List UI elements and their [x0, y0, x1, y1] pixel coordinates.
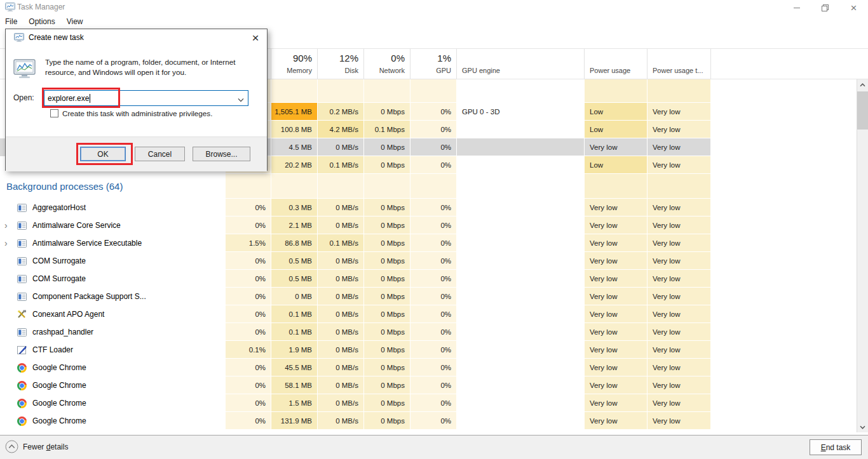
- task-manager-app-icon: [5, 3, 15, 11]
- minimize-button[interactable]: [782, 0, 811, 15]
- group-header-row[interactable]: Background processes (64): [0, 174, 711, 199]
- disk-cell: 0 MB/s: [318, 412, 364, 430]
- scroll-up-button[interactable]: [857, 79, 868, 90]
- open-input[interactable]: explorer.exe: [44, 90, 248, 106]
- power_trend-cell: Very low: [648, 359, 711, 376]
- column-header-network[interactable]: 0% Network: [364, 49, 410, 79]
- power_trend-cell: Very low: [648, 252, 711, 270]
- gpu-cell: 0%: [410, 252, 457, 270]
- name-cell: ›Antimalware Core Service: [0, 216, 226, 234]
- combo-dropdown-icon[interactable]: [238, 95, 244, 104]
- gpu-cell: [410, 174, 457, 199]
- close-button[interactable]: ×: [839, 0, 868, 15]
- end-task-button[interactable]: End task: [810, 439, 862, 455]
- ok-button[interactable]: OK: [80, 147, 126, 161]
- process-row[interactable]: Google Chrome0%45.5 MB0 MB/s0 Mbps0%Very…: [0, 359, 711, 376]
- memory-cell: 20.2 MB: [271, 156, 318, 174]
- scroll-down-button[interactable]: [857, 422, 868, 432]
- power_trend-cell: Very low: [648, 138, 711, 156]
- cpu-cell: 0%: [226, 288, 271, 305]
- admin-privileges-checkbox[interactable]: [50, 109, 58, 117]
- network-cell: 0 Mbps: [364, 359, 410, 376]
- power_trend-cell: Very low: [648, 270, 711, 288]
- gpu_engine-cell: [457, 174, 585, 199]
- restore-button[interactable]: [811, 0, 839, 15]
- name-cell: Google Chrome: [0, 412, 226, 430]
- process-name: COM Surrogate: [32, 256, 86, 265]
- process-name: Conexant APO Agent: [32, 310, 104, 319]
- power-cell: Very low: [585, 234, 648, 252]
- window-titlebar[interactable]: Task Manager ×: [0, 0, 868, 14]
- background-processes-group-header[interactable]: Background processes (64): [0, 181, 123, 192]
- process-row[interactable]: ›Antimalware Core Service0%2.1 MB0 MB/s0…: [0, 216, 711, 234]
- gpu-cell: 0%: [410, 156, 457, 174]
- menu-file[interactable]: File: [0, 17, 23, 26]
- disk-cell: [318, 174, 364, 199]
- cpu-cell: 0%: [226, 199, 271, 216]
- power_trend-cell: Very low: [648, 288, 711, 305]
- column-header-disk[interactable]: 12% Disk: [318, 49, 364, 79]
- memory-cell: 86.8 MB: [271, 234, 318, 252]
- gpu_engine-cell: [457, 156, 585, 174]
- column-header-memory[interactable]: 90% Memory: [271, 49, 318, 79]
- cpu-cell: 0%: [226, 323, 271, 341]
- power_trend-cell: Very low: [648, 234, 711, 252]
- task-manager-window: { "window": { "title": "Task Manager" },…: [0, 0, 868, 459]
- power-trend-label: Power usage t...: [648, 66, 710, 76]
- disk-cell: 0 MB/s: [318, 376, 364, 394]
- network-label: Network: [364, 66, 410, 76]
- process-row[interactable]: Component Package Support S...0%0 MB0 MB…: [0, 288, 711, 305]
- process-row[interactable]: Google Chrome0%1.5 MB0 MB/s0 Mbps0%Very …: [0, 394, 711, 412]
- menu-options[interactable]: Options: [23, 17, 60, 26]
- cancel-button[interactable]: Cancel: [135, 147, 185, 161]
- process-row[interactable]: CTF Loader0.1%1.9 MB0 MB/s0 Mbps0%Very l…: [0, 341, 711, 359]
- expand-chevron-icon[interactable]: ›: [0, 221, 17, 230]
- network-cell: 0 Mbps: [364, 103, 410, 121]
- network-cell: 0 Mbps: [364, 412, 410, 430]
- scrollbar-thumb[interactable]: [857, 91, 868, 130]
- column-header-power-trend[interactable]: Power usage t...: [648, 49, 711, 79]
- process-row[interactable]: Google Chrome0%58.1 MB0 MB/s0 Mbps0%Very…: [0, 376, 711, 394]
- disk-cell: 0.2 MB/s: [318, 103, 364, 121]
- browse-button[interactable]: Browse...: [193, 147, 250, 161]
- process-name: crashpad_handler: [32, 328, 93, 336]
- process-row[interactable]: COM Surrogate0%0.5 MB0 MB/s0 Mbps0%Very …: [0, 252, 711, 270]
- cpu-cell: 0%: [226, 252, 271, 270]
- process-row[interactable]: AggregatorHost0%0.3 MB0 MB/s0 Mbps0%Very…: [0, 199, 711, 216]
- dialog-close-button[interactable]: ×: [246, 30, 265, 44]
- pen-icon: [17, 345, 27, 355]
- vertical-scrollbar[interactable]: [857, 79, 868, 432]
- network-cell: 0 Mbps: [364, 138, 410, 156]
- menu-view[interactable]: View: [61, 17, 89, 26]
- chrome-icon: [17, 416, 27, 426]
- network-cell: 0 Mbps: [364, 234, 410, 252]
- power-cell: Very low: [585, 323, 648, 341]
- process-row[interactable]: Conexant APO Agent0%0.1 MB0 MB/s0 Mbps0%…: [0, 305, 711, 323]
- cpu-cell: 0%: [226, 216, 271, 234]
- disk-cell: [318, 79, 364, 103]
- power-usage-label: Power usage: [585, 66, 647, 76]
- gpu-cell: 0%: [410, 412, 457, 430]
- column-header-gpu-engine[interactable]: GPU engine: [457, 49, 585, 79]
- process-row[interactable]: crashpad_handler0%0.1 MB0 MB/s0 Mbps0%Ve…: [0, 323, 711, 341]
- dialog-titlebar[interactable]: Create new task ×: [6, 29, 267, 46]
- process-row[interactable]: Google Chrome0%131.9 MB0 MB/s0 Mbps0%Ver…: [0, 412, 711, 430]
- column-header-power-usage[interactable]: Power usage: [585, 49, 648, 79]
- network-cell: 0 Mbps: [364, 288, 410, 305]
- cpu-cell: 0.1%: [226, 341, 271, 359]
- column-header-filler: [711, 49, 868, 79]
- cpu-cell: 0%: [226, 359, 271, 376]
- cpu-cell: [226, 174, 271, 199]
- expand-chevron-icon[interactable]: ›: [0, 239, 17, 248]
- fewer-details-toggle[interactable]: Fewer details: [5, 440, 68, 453]
- power_trend-cell: Very low: [648, 199, 711, 216]
- name-cell: CTF Loader: [0, 341, 226, 359]
- process-row[interactable]: ›Antimalware Service Executable1.5%86.8 …: [0, 234, 711, 252]
- disk-cell: 0 MB/s: [318, 199, 364, 216]
- name-cell: Component Package Support S...: [0, 288, 226, 305]
- disk-cell: 4.2 MB/s: [318, 121, 364, 138]
- process-row[interactable]: COM Surrogate0%0.5 MB0 MB/s0 Mbps0%Very …: [0, 270, 711, 288]
- task-manager-large-icon: [13, 59, 36, 79]
- power_trend-cell: Very low: [648, 156, 711, 174]
- column-header-gpu[interactable]: 1% GPU: [410, 49, 457, 79]
